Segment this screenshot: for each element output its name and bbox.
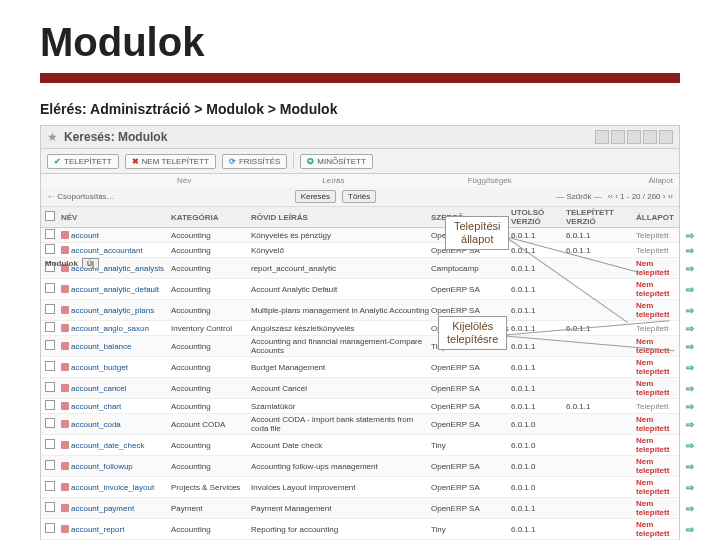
tool-icon[interactable]	[643, 130, 657, 144]
table-row[interactable]: account_analytic_analysisAccountingrepor…	[41, 258, 679, 279]
filter-bar: ✔TELEPÍTETT ✖NEM TELEPÍTETT ⟳FRISSÍTÉS ✪…	[41, 149, 679, 174]
install-arrow-icon[interactable]: ⇨	[686, 440, 702, 451]
search-button[interactable]: Keresés	[295, 190, 336, 203]
install-arrow-icon[interactable]: ⇨	[686, 230, 702, 241]
install-arrow-icon[interactable]: ⇨	[686, 503, 702, 514]
install-arrow-icon[interactable]: ⇨	[686, 263, 702, 274]
module-name[interactable]: account_date_check	[61, 441, 171, 450]
module-name[interactable]: account_payment	[61, 504, 171, 513]
module-name[interactable]: account_accountant	[61, 246, 171, 255]
desc-cell: Angolszász készletkönyvelés	[251, 324, 431, 333]
table-row[interactable]: account_analytic_defaultAccountingAccoun…	[41, 279, 679, 300]
row-checkbox[interactable]	[45, 229, 55, 239]
callout-select: Kijelölés telepítésre	[438, 316, 507, 350]
filter-updates[interactable]: ⟳FRISSÍTÉS	[222, 154, 287, 169]
desc-cell: Accounting and financial management-Comp…	[251, 337, 431, 355]
lastver-cell: 6.0.1.1	[511, 285, 566, 294]
install-arrow-icon[interactable]: ⇨	[686, 341, 702, 352]
module-name[interactable]: account_analytic_default	[61, 285, 171, 294]
install-arrow-icon[interactable]: ⇨	[686, 245, 702, 256]
module-icon	[61, 342, 69, 350]
desc-cell: Account CODA - import bank statements fr…	[251, 415, 431, 433]
module-name[interactable]: account	[61, 231, 171, 240]
table-row[interactable]: account_reportAccountingReporting for ac…	[41, 519, 679, 540]
tool-icon[interactable]	[659, 130, 673, 144]
install-arrow-icon[interactable]: ⇨	[686, 482, 702, 493]
lastver-cell: 6.0.1.0	[511, 483, 566, 492]
new-button[interactable]: Új	[82, 258, 99, 269]
module-icon	[61, 525, 69, 533]
table-row[interactable]: accountAccountingKönyvelés és pénzügyOpe…	[41, 228, 679, 243]
instver-cell: 6.0.1.1	[566, 402, 636, 411]
filter-not-installed[interactable]: ✖NEM TELEPÍTETT	[125, 154, 216, 169]
install-arrow-icon[interactable]: ⇨	[686, 305, 702, 316]
clear-button[interactable]: Törlés	[342, 190, 376, 203]
row-checkbox[interactable]	[45, 502, 55, 512]
row-checkbox[interactable]	[45, 439, 55, 449]
module-name[interactable]: account_report	[61, 525, 171, 534]
desc-cell: Account Date check	[251, 441, 431, 450]
install-arrow-icon[interactable]: ⇨	[686, 419, 702, 430]
table-row[interactable]: account_budgetAccountingBudget Managemen…	[41, 357, 679, 378]
module-icon	[61, 384, 69, 392]
row-checkbox[interactable]	[45, 481, 55, 491]
module-name[interactable]: account_budget	[61, 363, 171, 372]
filter-installed[interactable]: ✔TELEPÍTETT	[47, 154, 119, 169]
module-icon	[61, 402, 69, 410]
table-row[interactable]: account_followupAccountingAccounting fol…	[41, 456, 679, 477]
filter-certified[interactable]: ✪MINŐSÍTETT	[300, 154, 372, 169]
row-checkbox[interactable]	[45, 382, 55, 392]
table-row[interactable]: account_codaAccount CODAAccount CODA - i…	[41, 414, 679, 435]
module-name[interactable]: account_followup	[61, 462, 171, 471]
table-row[interactable]: account_invoice_layoutProjects & Service…	[41, 477, 679, 498]
row-checkbox[interactable]	[45, 523, 55, 533]
table-row[interactable]: account_cancelAccountingAccount CancelOp…	[41, 378, 679, 399]
row-checkbox[interactable]	[45, 460, 55, 470]
sort-dropdown[interactable]: — Szűrők —	[556, 192, 601, 201]
table-row[interactable]: account_analytic_plansAccountingMultiple…	[41, 300, 679, 321]
table-row[interactable]: account_date_checkAccountingAccount Date…	[41, 435, 679, 456]
category-cell: Accounting	[171, 264, 251, 273]
field-header: Név Leírás Függőségek Állapot	[41, 174, 679, 187]
row-checkbox[interactable]	[45, 304, 55, 314]
table-row[interactable]: account_paymentPaymentPayment Management…	[41, 498, 679, 519]
install-arrow-icon[interactable]: ⇨	[686, 323, 702, 334]
group-label[interactable]: ← Csoportosítás…	[47, 192, 115, 201]
row-checkbox[interactable]	[45, 361, 55, 371]
tool-icon[interactable]	[627, 130, 641, 144]
module-name[interactable]: account_cancel	[61, 384, 171, 393]
row-checkbox[interactable]	[45, 244, 55, 254]
pager[interactable]: ‹‹ ‹ 1 - 20 / 260 › ››	[608, 192, 673, 201]
tool-icon[interactable]	[611, 130, 625, 144]
table-row[interactable]: account_chartAccountingSzámlatükörOpenER…	[41, 399, 679, 414]
star-icon[interactable]: ★	[47, 130, 58, 144]
row-checkbox[interactable]	[45, 418, 55, 428]
category-cell: Accounting	[171, 525, 251, 534]
module-name[interactable]: account_analytic_plans	[61, 306, 171, 315]
install-arrow-icon[interactable]: ⇨	[686, 524, 702, 535]
module-name[interactable]: account_invoice_layout	[61, 483, 171, 492]
row-checkbox[interactable]	[45, 340, 55, 350]
install-arrow-icon[interactable]: ⇨	[686, 362, 702, 373]
module-name[interactable]: account_chart	[61, 402, 171, 411]
install-arrow-icon[interactable]: ⇨	[686, 284, 702, 295]
category-cell: Accounting	[171, 402, 251, 411]
module-name[interactable]: account_balance	[61, 342, 171, 351]
table-row[interactable]: account_balanceAccountingAccounting and …	[41, 336, 679, 357]
module-name[interactable]: account_anglo_saxon	[61, 324, 171, 333]
module-icon	[61, 420, 69, 428]
module-name[interactable]: account_coda	[61, 420, 171, 429]
module-icon	[61, 363, 69, 371]
row-checkbox[interactable]	[45, 400, 55, 410]
status-cell: Nem telepített	[636, 499, 686, 517]
install-arrow-icon[interactable]: ⇨	[686, 383, 702, 394]
desc-cell: Accounting follow-ups management	[251, 462, 431, 471]
tool-icon[interactable]	[595, 130, 609, 144]
table-row[interactable]: account_accountantAccountingKönyvelőOpen…	[41, 243, 679, 258]
install-arrow-icon[interactable]: ⇨	[686, 401, 702, 412]
select-all-checkbox[interactable]	[45, 211, 55, 221]
install-arrow-icon[interactable]: ⇨	[686, 461, 702, 472]
row-checkbox[interactable]	[45, 283, 55, 293]
row-checkbox[interactable]	[45, 322, 55, 332]
desc-cell: Multiple-plans management in Analytic Ac…	[251, 306, 431, 315]
